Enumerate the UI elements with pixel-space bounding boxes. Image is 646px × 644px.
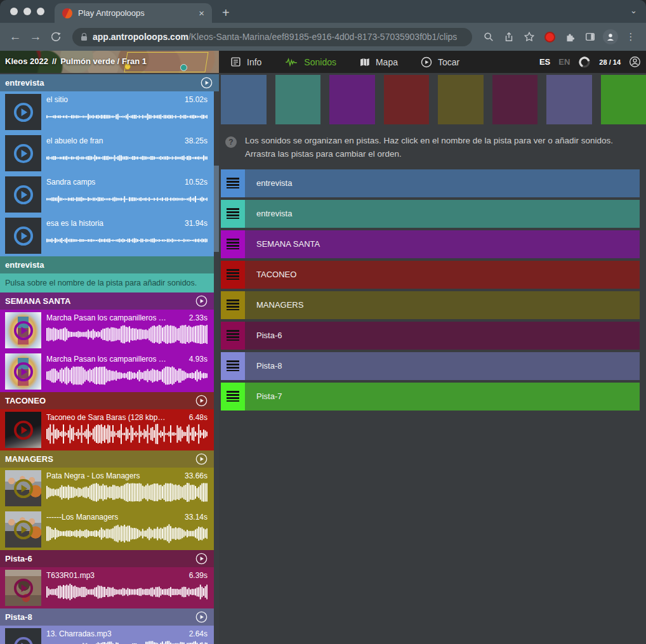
clip-13-charradas-mp3[interactable]: 13. Charradas.mp32.64s: [0, 626, 214, 644]
track-row-body[interactable]: MANAGERS: [245, 291, 640, 319]
maximize-button[interactable]: [37, 8, 44, 15]
track-header-entrevista[interactable]: entrevista: [0, 256, 214, 273]
share-icon[interactable]: [501, 29, 517, 44]
clip-play-button[interactable]: [13, 478, 34, 499]
track-play-button[interactable]: [195, 395, 208, 407]
track-row-entrevista-0[interactable]: entrevista: [221, 169, 640, 197]
track-row-pista-8-6[interactable]: Pista-8: [221, 352, 640, 380]
menu-icon[interactable]: ⋮: [623, 29, 638, 44]
clip-el-sitio[interactable]: el sitio15.02s: [0, 91, 214, 133]
drag-handle[interactable]: [221, 291, 245, 319]
track-play-button[interactable]: [195, 453, 208, 465]
track-color-swatch-2[interactable]: [275, 75, 321, 124]
reload-icon[interactable]: [48, 29, 63, 44]
track-play-button[interactable]: [201, 77, 213, 89]
drag-handle[interactable]: [221, 169, 245, 197]
track-row-managers-4[interactable]: MANAGERS: [221, 291, 640, 319]
close-button[interactable]: [10, 8, 18, 15]
clip-taconeo-de-sara-baras-128-kbps[interactable]: Taconeo de Sara Baras (128 kbps).mp36.48…: [0, 409, 214, 450]
track-color-swatch-7[interactable]: [546, 75, 592, 124]
drag-handle[interactable]: [221, 352, 245, 380]
clip-play-button[interactable]: [13, 636, 34, 644]
drag-handle[interactable]: [221, 230, 245, 258]
clip-play-button[interactable]: [13, 419, 34, 441]
track-header-taconeo[interactable]: TACONEO: [0, 392, 214, 409]
track-color-swatch-5[interactable]: [438, 75, 484, 124]
clip-play-button[interactable]: [13, 143, 34, 164]
side-panel-icon[interactable]: [583, 29, 598, 44]
minimize-button[interactable]: [23, 8, 31, 15]
search-icon[interactable]: [481, 29, 496, 44]
track-row-body[interactable]: entrevista: [245, 169, 640, 197]
track-row-body[interactable]: Pista-8: [245, 352, 640, 380]
track-play-button[interactable]: [195, 295, 208, 307]
address-bar[interactable]: app.antropoloops.com/Kleos-Santa-Marina/…: [72, 28, 472, 46]
track-play-button[interactable]: [195, 553, 208, 565]
track-color-swatch-8[interactable]: [601, 75, 646, 124]
star-icon[interactable]: [522, 29, 537, 44]
track-row-entrevista-1[interactable]: entrevista: [221, 200, 640, 228]
new-tab-button[interactable]: +: [222, 6, 230, 19]
track-row-semana-santa-2[interactable]: SEMANA SANTA: [221, 230, 640, 258]
profile-icon[interactable]: [603, 29, 618, 44]
clip-esa-es-la-historia[interactable]: esa es la historia31.94s: [0, 215, 214, 256]
lock-icon[interactable]: [81, 36, 87, 41]
clip-marcha-pasan-los-campanilleros[interactable]: Marcha Pasan los campanilleros Las Mejor…: [0, 310, 214, 351]
track-color-swatch-1[interactable]: [221, 75, 267, 124]
track-row-body[interactable]: entrevista: [245, 200, 640, 228]
tab-search-chevron-icon[interactable]: ⌄: [630, 6, 637, 15]
track-row-pista-6-5[interactable]: Pista-6: [221, 322, 640, 350]
track-row-body[interactable]: SEMANA SANTA: [245, 230, 640, 258]
track-play-button[interactable]: [195, 611, 208, 623]
clip-waveform: [46, 195, 208, 203]
track-header-managers[interactable]: MANAGERS: [0, 450, 214, 468]
clip-counter: 28 / 14: [599, 58, 621, 66]
track-row-body[interactable]: Pista-6: [245, 322, 640, 350]
clip-play-button[interactable]: [13, 577, 34, 599]
drag-handle[interactable]: [221, 322, 245, 350]
clip-marcha-pasan-los-campanilleros[interactable]: Marcha Pasan los campanilleros Las Mejor…: [0, 351, 214, 392]
clip-el-abuelo-de-fran[interactable]: el abuelo de fran38.25s: [0, 133, 214, 174]
track-row-body[interactable]: TACONEO: [245, 261, 640, 289]
track-header-pista-8[interactable]: Pista-8: [0, 608, 214, 626]
clip-play-button[interactable]: [13, 361, 34, 383]
tab-sonidos[interactable]: Sonidos: [284, 57, 336, 67]
clip-play-button[interactable]: [13, 225, 34, 247]
clip-play-button[interactable]: [13, 519, 34, 541]
record-icon[interactable]: [542, 29, 557, 44]
track-row-taconeo-3[interactable]: TACONEO: [221, 261, 640, 289]
track-header-pista-6[interactable]: Pista-6: [0, 550, 214, 567]
tab-mapa[interactable]: Mapa: [359, 57, 398, 67]
help-row: ? Los sonidos se organizan en pistas. Ha…: [225, 135, 631, 161]
track-header-semana-santa[interactable]: SEMANA SANTA: [0, 292, 214, 310]
browser-tab[interactable]: Play Antropoloops ×: [55, 3, 212, 23]
sidebar-scrollbar[interactable]: [214, 166, 219, 252]
lang-en-button[interactable]: EN: [558, 57, 570, 67]
track-color-swatch-4[interactable]: [384, 75, 430, 124]
drag-handle[interactable]: [221, 261, 245, 289]
extensions-icon[interactable]: [562, 29, 577, 44]
account-icon[interactable]: [629, 56, 641, 68]
close-tab-icon[interactable]: ×: [199, 8, 204, 18]
tab-tocar[interactable]: Tocar: [421, 56, 459, 68]
clip-t633r01-mp3[interactable]: T633R01.mp36.39s: [0, 567, 214, 608]
drag-handle[interactable]: [221, 200, 245, 228]
track-row-pista-7-7[interactable]: Pista-7: [221, 383, 640, 411]
clip-sandra-camps[interactable]: Sandra camps10.52s: [0, 174, 214, 215]
track-color-swatch-6[interactable]: [492, 75, 538, 124]
track-header-entrevista[interactable]: entrevista: [0, 74, 219, 91]
drag-handle[interactable]: [221, 383, 245, 411]
forward-icon[interactable]: →: [28, 30, 43, 44]
clip-los-mananagers[interactable]: ------Los Mananagers33.14s: [0, 509, 214, 550]
lang-es-button[interactable]: ES: [539, 57, 550, 67]
clip-title: Pata Negra - Los Managers: [46, 471, 168, 480]
clip-play-button[interactable]: [13, 184, 34, 206]
clip-pata-negra-los-managers[interactable]: Pata Negra - Los Managers33.66s: [0, 468, 214, 509]
clip-play-button[interactable]: [13, 320, 34, 341]
tab-info[interactable]: Info: [230, 56, 261, 67]
track-color-swatch-3[interactable]: [329, 75, 375, 124]
clip-play-button[interactable]: [13, 102, 34, 123]
track-row-body[interactable]: Pista-7: [245, 383, 640, 411]
track-name: entrevista: [5, 260, 44, 270]
back-icon[interactable]: ←: [8, 30, 23, 44]
